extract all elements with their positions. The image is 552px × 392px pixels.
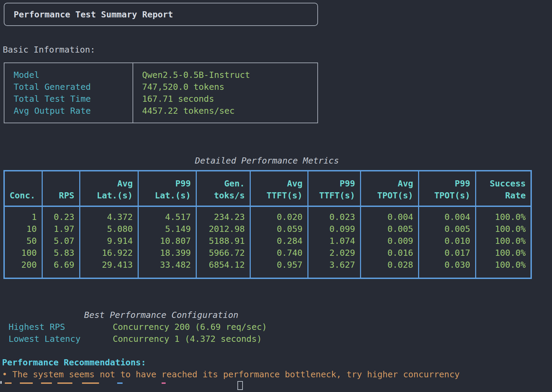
terminal-screen[interactable]: { "palette": { "background": "#272b35", … xyxy=(0,0,552,392)
basic-info-heading: Basic Information: xyxy=(3,44,552,56)
col-header-avg-lat: AvgLat.(s) xyxy=(80,171,138,206)
metrics-header-row: Conc. RPS AvgLat.(s) P99Lat.(s) Gen.toks… xyxy=(4,171,531,206)
col-header-success-rate: SuccessRate xyxy=(475,171,531,206)
terminal-cursor xyxy=(237,381,243,390)
col-header-avg-tpot: AvgTPOT(s) xyxy=(360,171,418,206)
col-header-p99-tpot: P99TPOT(s) xyxy=(418,171,475,206)
clipped-text-fragment xyxy=(117,382,123,384)
clipped-text-fragment xyxy=(82,382,99,384)
col-header-p99-lat: P99Lat.(s) xyxy=(138,171,196,206)
best-config-section: Best Performance Configuration Highest R… xyxy=(3,309,320,345)
best-config-title: Best Performance Configuration xyxy=(3,309,320,321)
metrics-table-title: Detailed Performance Metrics xyxy=(3,155,530,167)
table-row: 101.975.0805.1492012.980.0590.0990.0050.… xyxy=(4,223,531,235)
clipped-text-fragment xyxy=(20,382,33,384)
recommendation-text: The system seems not to have reached its… xyxy=(12,369,459,379)
info-label-total-test-time: Total Test Time xyxy=(14,93,133,105)
table-row: 1005.8316.92218.3995966.720.7402.0290.01… xyxy=(4,247,531,259)
col-header-rps: RPS xyxy=(42,171,80,206)
info-label-avg-output-rate: Avg Output Rate xyxy=(14,105,133,117)
best-config-row-highest-rps: Highest RPS Concurrency 200 (6.69 req/se… xyxy=(3,321,320,333)
basic-info-table: Model Total Generated Total Test Time Av… xyxy=(4,62,318,123)
info-label-total-generated: Total Generated xyxy=(14,81,133,93)
basic-info-labels: Model Total Generated Total Test Time Av… xyxy=(4,63,133,123)
bullet-icon: • xyxy=(2,369,7,379)
clipped-text-fragment xyxy=(162,382,166,384)
recommendations-heading: Performance Recommendations: xyxy=(2,356,552,368)
info-value-model: Qwen2.5-0.5B-Instruct xyxy=(142,69,317,81)
table-row: 10.234.3724.517234.230.0200.0230.0040.00… xyxy=(4,206,531,223)
col-header-avg-ttft: AvgTTFT(s) xyxy=(250,171,308,206)
clipped-text-fragment xyxy=(41,382,52,384)
best-config-value: Concurrency 1 (4.372 seconds) xyxy=(113,333,262,345)
clipped-text-fragment xyxy=(57,382,72,384)
basic-info-values: Qwen2.5-0.5B-Instruct 747,520.0 tokens 1… xyxy=(133,63,317,123)
clipped-text-fragment xyxy=(5,382,12,384)
report-title: Performance Test Summary Report xyxy=(14,9,173,20)
col-header-gen-toks: Gen.toks/s xyxy=(196,171,250,206)
best-config-row-lowest-latency: Lowest Latency Concurrency 1 (4.372 seco… xyxy=(3,333,320,345)
info-value-total-test-time: 167.71 seconds xyxy=(142,93,317,105)
recommendation-item: •The system seems not to have reached it… xyxy=(2,368,552,380)
info-value-total-generated: 747,520.0 tokens xyxy=(142,81,317,93)
metrics-table: Conc. RPS AvgLat.(s) P99Lat.(s) Gen.toks… xyxy=(3,170,532,279)
table-row: 505.079.91410.8075188.910.2841.0740.0090… xyxy=(4,235,531,247)
best-config-label: Highest RPS xyxy=(3,321,113,333)
info-value-avg-output-rate: 4457.22 tokens/sec xyxy=(142,105,317,117)
col-header-p99-ttft: P99TTFT(s) xyxy=(308,171,360,206)
clipped-text-fragment xyxy=(0,381,2,384)
best-config-label: Lowest Latency xyxy=(3,333,113,345)
table-row: 2006.6929.41333.4826854.120.9573.6270.02… xyxy=(4,259,531,278)
col-header-conc: Conc. xyxy=(4,171,42,206)
report-title-panel: Performance Test Summary Report xyxy=(4,3,318,26)
best-config-value: Concurrency 200 (6.69 req/sec) xyxy=(113,321,267,333)
info-label-model: Model xyxy=(14,69,133,81)
clipped-prompt-line xyxy=(0,380,552,384)
